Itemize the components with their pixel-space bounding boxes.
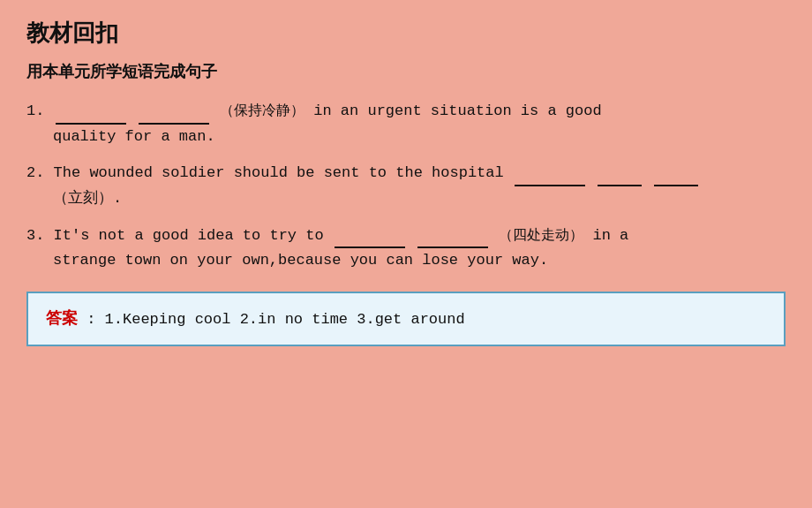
answer-box: 答案 : 1.Keeping cool 2.in no time 3.get a… [26,292,786,345]
q2-number: 2. [26,164,44,181]
q1-blank2 [139,123,209,125]
q2-blank3 [654,185,698,186]
q3-number: 3. [26,227,44,244]
answer-colon: : [86,311,95,328]
q3-text1: It's not a good idea to try to [54,227,333,244]
q1-blank1 [56,123,126,125]
q1-number: 1. [26,102,44,119]
subtitle: 用本单元所学短语完成句子 [26,61,786,82]
answer-label: 答案 [46,309,78,327]
q3-hint: （四处走动） [499,227,583,242]
questions-section: 1. （保持冷静） in an urgent situation is a go… [26,98,786,274]
q3-blank1 [335,246,405,248]
question-3: 3. It's not a good idea to try to （四处走动）… [26,223,786,275]
q1-text2: quality for a man. [53,128,215,145]
q2-blank1 [515,185,585,186]
q3-text2: in a [592,227,628,244]
q1-hint: （保持冷静） [220,102,304,118]
q1-text: in an urgent situation is a good [313,102,601,119]
main-container: 教材回扣 用本单元所学短语完成句子 1. （保持冷静） in an urgent… [0,0,812,508]
q2-hint: （立刻）. [53,190,122,207]
q2-blank2 [598,185,642,186]
q3-blank2 [417,246,488,248]
page-title: 教材回扣 [26,18,786,49]
question-2: 2. The wounded soldier should be sent to… [26,161,786,212]
answer-content: 1.Keeping cool 2.in no time 3.get around [105,311,465,328]
q3-text3: strange town on your own,because you can… [53,252,548,269]
q2-text1: The wounded soldier should be sent to th… [54,164,513,181]
question-1: 1. （保持冷静） in an urgent situation is a go… [26,98,786,150]
